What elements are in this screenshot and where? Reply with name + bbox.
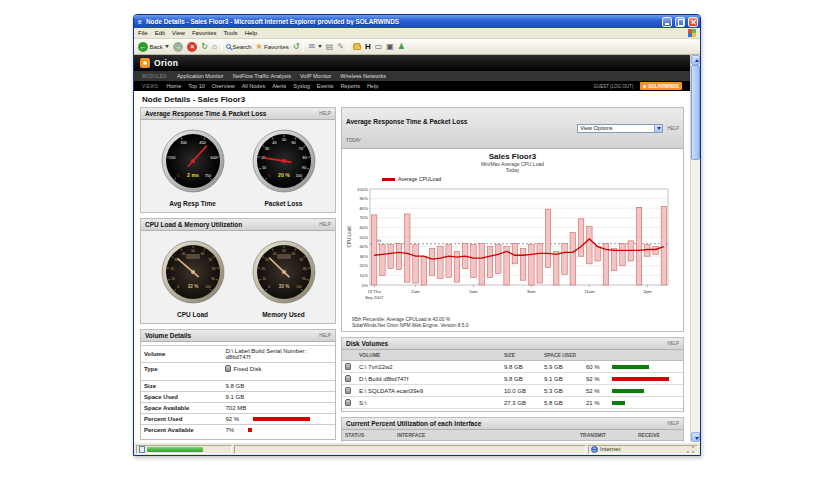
legend-label: Average CPULoad xyxy=(398,176,441,182)
title-bar[interactable]: e Node Details - Sales Floor3 - Microsof… xyxy=(134,15,700,28)
space-used-bar xyxy=(612,377,669,381)
menu-help[interactable]: Help xyxy=(245,30,257,36)
refresh-button[interactable]: ↻ xyxy=(201,42,208,52)
back-button[interactable]: ←Back xyxy=(138,42,169,52)
print-button[interactable]: ▤ xyxy=(326,42,334,52)
restore-button[interactable] xyxy=(675,17,685,27)
modules-nav: MODULES: Application MonitorNetFlow Traf… xyxy=(134,71,690,81)
svg-text:70: 70 xyxy=(298,147,302,151)
menu-favorites[interactable]: Favorites xyxy=(192,30,217,36)
disk-volume-row[interactable]: D:\ Build d8bd747f9.8 GB9.1 GB92 % xyxy=(342,373,683,385)
space-used-bar xyxy=(612,365,649,369)
browser-window: e Node Details - Sales Floor3 - Microsof… xyxy=(133,14,701,456)
forward-button[interactable]: → xyxy=(173,42,183,52)
internet-zone-icon xyxy=(591,446,598,453)
view-syslog[interactable]: Syslog xyxy=(293,83,310,89)
avg-resp-time-gauge-dial: 0150300450600750 2 ms xyxy=(160,128,226,194)
scroll-down-icon[interactable] xyxy=(691,432,700,442)
minimize-button[interactable] xyxy=(662,17,672,27)
disk-volume-row[interactable]: C:\ 7v/r22w29.8 GB5.9 GB60 % xyxy=(342,361,683,373)
packet-loss-gauge-label: Packet Loss xyxy=(251,200,317,207)
svg-text:40: 40 xyxy=(181,252,185,256)
home-button-icon: ⌂ xyxy=(212,42,217,52)
page-title: Node Details - Sales Floor3 xyxy=(134,91,690,105)
svg-text:60: 60 xyxy=(200,252,204,256)
module-wireless-networks[interactable]: Wireless Networks xyxy=(340,73,386,79)
solarwinds-dot-icon xyxy=(643,85,646,88)
svg-text:0: 0 xyxy=(268,285,270,289)
disk-volume-row[interactable]: E:\ SQLDATA ecart39e910.0 GB5.3 GB52 % xyxy=(342,385,683,397)
view-events[interactable]: Events xyxy=(317,83,334,89)
resize-grip[interactable] xyxy=(686,445,695,454)
help-link[interactable]: HELP xyxy=(319,222,331,227)
history-button[interactable]: ↺ xyxy=(293,42,300,52)
menu-edit[interactable]: Edit xyxy=(155,30,165,36)
avg-resp-time-gauge: 0150300450600750 2 ms Avg Resp Time xyxy=(160,128,226,207)
view-alerts[interactable]: Alerts xyxy=(272,83,286,89)
svg-text:20: 20 xyxy=(170,267,174,271)
view-all-nodes[interactable]: All Nodes xyxy=(242,83,266,89)
browser-toolbar: ←Back→×↻⌂Search★Favorites↺✉▤✎H▭▣♟ xyxy=(134,39,700,55)
view-overview[interactable]: Overview xyxy=(212,83,235,89)
memory-used-gauge-label: Memory Used xyxy=(251,311,317,318)
scroll-up-icon[interactable] xyxy=(691,55,700,65)
help-link[interactable]: HELP xyxy=(319,333,331,338)
disk-icon xyxy=(345,387,351,394)
media-button[interactable]: ▣ xyxy=(386,42,394,52)
volume-detail-row: Space Used9.1 GB xyxy=(141,391,335,402)
view-home[interactable]: Home xyxy=(167,83,182,89)
mail-button-icon: ✉ xyxy=(308,42,315,52)
view-options-select[interactable]: View Options xyxy=(577,124,663,133)
view-reports[interactable]: Reports xyxy=(341,83,360,89)
html-editor-button-icon: H xyxy=(365,42,371,52)
module-application-monitor[interactable]: Application Monitor xyxy=(177,73,224,79)
legend-swatch xyxy=(382,178,395,181)
scrollbar-thumb[interactable] xyxy=(691,65,700,160)
module-netflow-traffic-analysis[interactable]: NetFlow Traffic Analysis xyxy=(233,73,291,79)
menu-view[interactable]: View xyxy=(172,30,185,36)
chart-legend: Average CPULoad xyxy=(382,176,681,182)
view-top-10[interactable]: Top 10 xyxy=(188,83,205,89)
menu-file[interactable]: File xyxy=(138,30,148,36)
help-link[interactable]: HELP xyxy=(319,111,331,116)
menu-tools[interactable]: Tools xyxy=(224,30,238,36)
module-voip-monitor[interactable]: VoIP Monitor xyxy=(300,73,331,79)
view-help[interactable]: Help xyxy=(367,83,378,89)
search-button[interactable]: Search xyxy=(226,44,252,50)
svg-text:70: 70 xyxy=(208,258,212,262)
svg-text:70: 70 xyxy=(299,258,303,262)
help-link[interactable]: HELP xyxy=(667,126,679,131)
svg-text:50: 50 xyxy=(191,249,195,253)
edit-button[interactable]: ✎ xyxy=(337,42,344,52)
cpu-load-gauge: 0102030405060708090100 32 % CPU Load xyxy=(160,239,226,318)
folder-icon xyxy=(353,44,361,50)
disk-volume-row[interactable]: S:\27.3 GB5.8 GB21 % xyxy=(342,397,683,409)
home-button[interactable]: ⌂ xyxy=(212,42,217,52)
svg-text:11am: 11am xyxy=(584,289,595,294)
messenger-button[interactable]: ▭ xyxy=(375,42,383,52)
folder-button[interactable] xyxy=(353,44,361,50)
chevron-down-icon xyxy=(165,45,169,48)
svg-text:10: 10 xyxy=(171,277,175,281)
stop-button[interactable]: × xyxy=(187,42,197,52)
close-button[interactable] xyxy=(688,17,698,27)
svg-text:90: 90 xyxy=(302,277,306,281)
help-link[interactable]: HELP xyxy=(667,341,679,346)
panel-title: Average Response Time & Packet Loss xyxy=(145,110,266,117)
logout-link[interactable]: GUEST (LOG OUT) xyxy=(593,84,633,89)
orion-brand: Orion xyxy=(154,58,178,68)
help-link[interactable]: HELP xyxy=(667,421,679,426)
html-editor-button[interactable]: H xyxy=(365,42,371,52)
mail-button[interactable]: ✉ xyxy=(308,42,321,52)
search-icon xyxy=(226,44,231,49)
avg-resp-time-gauge-label: Avg Resp Time xyxy=(160,200,226,207)
memory-used-gauge: 0102030405060708090100 33 % Memory Used xyxy=(251,239,317,318)
svg-text:0: 0 xyxy=(268,174,270,178)
discuss-button[interactable]: ♟ xyxy=(398,42,405,52)
svg-text:30: 30 xyxy=(265,258,269,262)
favorites-button[interactable]: ★Favorites xyxy=(255,42,288,52)
loading-progress-bar xyxy=(147,447,203,452)
svg-text:2pm: 2pm xyxy=(643,289,652,294)
svg-text:100: 100 xyxy=(296,285,302,289)
vertical-scrollbar[interactable] xyxy=(690,55,700,442)
